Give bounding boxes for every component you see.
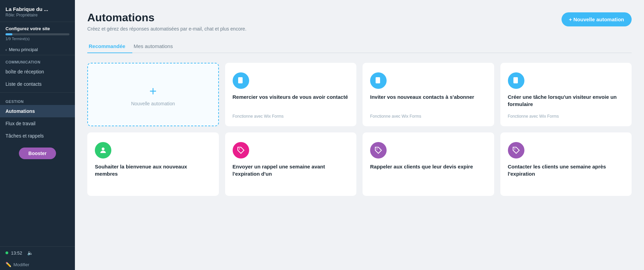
tab-recommended[interactable]: Recommandée: [87, 40, 132, 53]
card-thank-visitors[interactable]: Remercier vos visiteurs de vous avoir co…: [225, 63, 357, 126]
sidebar-header: La Fabrique du ... Rôle: Propriétaire: [0, 0, 75, 22]
volume-icon: 🔈: [27, 250, 33, 256]
card-title-send-reminder: Envoyer un rappel une semaine avant l'ex…: [233, 163, 349, 177]
page-header-text: Automations Créez et gérez des réponses …: [87, 11, 246, 32]
card-title-welcome-members: Souhaiter la bienvenue aux nouveaux memb…: [95, 163, 211, 177]
card-title-remind-clients-quote: Rappeler aux clients que leur devis expi…: [370, 163, 487, 170]
card-icon-blue-2: [370, 72, 387, 89]
page-header: Automations Créez et gérez des réponses …: [87, 11, 632, 32]
card-icon-magenta-1: [233, 142, 249, 159]
cards-row-1: + Nouvelle automation Remercier vos visi…: [87, 63, 632, 126]
svg-rect-10: [514, 80, 517, 81]
sidebar-section-communication: Communication: [0, 55, 75, 66]
card-remind-clients-quote[interactable]: Rappeler aux clients que leur devis expi…: [363, 132, 494, 196]
chevron-left-icon: ‹: [5, 48, 7, 52]
new-automation-card[interactable]: + Nouvelle automation: [87, 63, 219, 126]
document-icon-3: [512, 77, 520, 85]
svg-rect-5: [377, 79, 379, 80]
card-title-create-task: Créer une tâche lorsqu'un visiteur envoi…: [508, 94, 624, 108]
tag-icon: [237, 146, 245, 154]
sidebar-bottom: 13:52 🔈: [0, 246, 75, 259]
sidebar-item-contacts[interactable]: Liste de contacts: [0, 78, 75, 90]
card-title-thank-visitors: Remercier vos visiteurs de vous avoir co…: [233, 94, 349, 101]
booster-button[interactable]: Booster: [19, 148, 56, 159]
menu-principal-label: Menu principal: [9, 47, 38, 52]
svg-rect-3: [239, 81, 241, 82]
progress-bar-bg: [5, 33, 69, 35]
sidebar: La Fabrique du ... Rôle: Propriétaire Co…: [0, 0, 75, 270]
svg-rect-2: [239, 80, 242, 81]
card-welcome-members[interactable]: Souhaiter la bienvenue aux nouveaux memb…: [87, 132, 219, 196]
card-icon-green: [95, 142, 111, 159]
card-works-with-3: Fonctionne avec Wix Forms: [508, 114, 624, 119]
document-icon: [237, 77, 245, 85]
progress-label: 1/9 Terminé(s): [5, 37, 69, 41]
cards-row-2: Souhaiter la bienvenue aux nouveaux memb…: [87, 132, 632, 196]
tag-icon-2: [374, 146, 382, 154]
page-title: Automations: [87, 11, 246, 24]
svg-point-13: [239, 149, 240, 150]
svg-rect-1: [239, 79, 242, 80]
svg-rect-6: [377, 80, 379, 81]
role-label: Rôle: Propriétaire: [5, 13, 69, 17]
progress-bar-fill: [5, 33, 12, 35]
time-label: 13:52: [11, 250, 22, 256]
sidebar-section-gestion: Gestion: [0, 95, 75, 105]
card-invite-contacts[interactable]: Inviter vos nouveaux contacts à s'abonne…: [363, 63, 494, 126]
card-icon-purple-2: [508, 142, 524, 159]
card-icon-blue-1: [233, 72, 249, 89]
card-icon-blue-3: [508, 72, 524, 89]
site-name: La Fabrique du ...: [5, 6, 69, 12]
main-content: Automations Créez et gérez des réponses …: [75, 0, 644, 270]
card-works-with-2: Fonctionne avec Wix Forms: [370, 114, 487, 119]
svg-point-15: [514, 149, 515, 150]
person-icon: [99, 146, 107, 154]
card-title-contact-clients: Contacter les clients une semaine après …: [508, 163, 624, 177]
card-contact-clients[interactable]: Contacter les clients une semaine après …: [500, 132, 632, 196]
page-subtitle: Créez et gérez des réponses automatisées…: [87, 26, 246, 32]
sidebar-scroll: Communication boîte de réception Liste d…: [0, 55, 75, 246]
svg-point-14: [377, 149, 378, 150]
edit-label: Modifier: [13, 262, 29, 267]
edit-button[interactable]: ✏️ Modifier: [0, 259, 75, 270]
new-automation-label: Nouvelle automation: [131, 101, 175, 106]
setup-section: Configurez votre site 1/9 Terminé(s): [0, 22, 75, 44]
plus-icon: +: [149, 85, 157, 97]
menu-principal-item[interactable]: ‹ Menu principal: [0, 44, 75, 55]
sidebar-item-inbox[interactable]: boîte de réception: [0, 66, 75, 78]
svg-point-12: [102, 148, 104, 150]
tab-my-automations[interactable]: Mes automations: [132, 40, 180, 53]
document-icon-2: [374, 77, 382, 85]
card-create-task[interactable]: Créer une tâche lorsqu'un visiteur envoi…: [500, 63, 632, 126]
new-automation-button[interactable]: + Nouvelle automation: [562, 12, 632, 26]
card-send-reminder[interactable]: Envoyer un rappel une semaine avant l'ex…: [225, 132, 357, 196]
sidebar-divider: [0, 92, 75, 93]
setup-title: Configurez votre site: [5, 26, 69, 31]
sidebar-item-tasks[interactable]: Tâches et rappels: [0, 130, 75, 142]
tabs: Recommandée Mes automations: [87, 40, 632, 53]
status-online-dot: [5, 251, 8, 254]
svg-rect-7: [377, 81, 378, 82]
tag-icon-3: [512, 146, 520, 154]
sidebar-item-workflows[interactable]: Flux de travail: [0, 117, 75, 130]
card-title-invite-contacts: Inviter vos nouveaux contacts à s'abonne…: [370, 94, 487, 101]
pencil-icon: ✏️: [5, 262, 11, 267]
svg-rect-11: [514, 81, 516, 82]
svg-rect-9: [514, 79, 517, 80]
sidebar-item-automations[interactable]: Automations: [0, 105, 75, 117]
card-works-with-1: Fonctionne avec Wix Forms: [233, 114, 349, 119]
card-icon-purple-1: [370, 142, 387, 159]
